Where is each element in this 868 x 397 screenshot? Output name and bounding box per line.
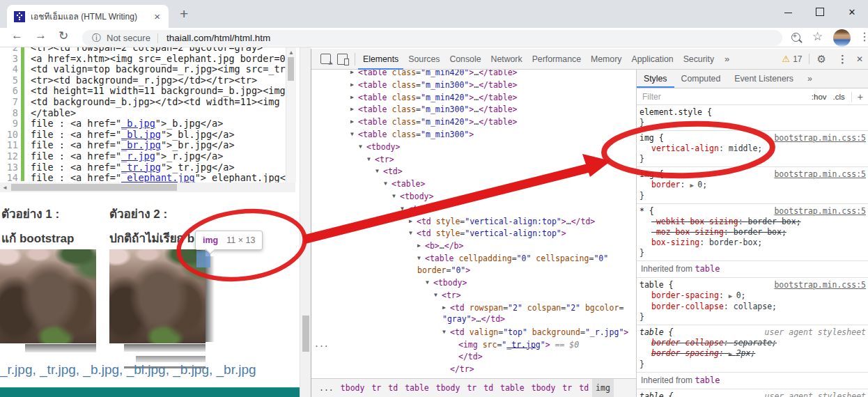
dom-node[interactable]: ... <img src="_tr.jpg"> == $0	[311, 338, 625, 351]
stylesheet-link[interactable]: bootstrap.min.css:5	[774, 133, 866, 143]
devtools-tab-application[interactable]: Application	[626, 49, 678, 70]
collapse-arrow-icon[interactable]: ▼	[401, 203, 408, 215]
sidebar-tab-styles[interactable]: Styles	[637, 70, 674, 88]
profile-avatar[interactable]	[833, 29, 851, 47]
dom-node[interactable]: ▼<table cellpadding="0" cellspacing="0"	[311, 252, 625, 265]
sidebar-tab-computed[interactable]: Computed	[674, 70, 728, 88]
dom-node[interactable]: ▼<td>	[311, 165, 625, 178]
expand-arrow-icon[interactable]: ▶	[409, 215, 417, 227]
code-vertical-scrollbar[interactable]: ▲	[286, 47, 296, 182]
breadcrumb-item[interactable]: tr	[368, 379, 385, 397]
info-icon[interactable]: ⓘ	[92, 32, 101, 45]
devtools-tab-elements[interactable]: Elements	[358, 49, 403, 70]
settings-gear-icon[interactable]: ⚙	[809, 53, 832, 65]
collapse-arrow-icon[interactable]: ▼	[350, 128, 358, 140]
breadcrumb-item[interactable]: tbody	[337, 379, 369, 397]
dom-node[interactable]: ▼<tbody>	[311, 277, 625, 289]
collapse-arrow-icon[interactable]: ▼	[409, 227, 417, 239]
expand-arrow-icon[interactable]: ▶	[350, 70, 358, 78]
scrollbar-thumb[interactable]	[288, 57, 294, 81]
elephant-image-2[interactable]	[109, 249, 206, 343]
new-style-rule-button[interactable]: +	[858, 91, 863, 102]
dom-node[interactable]: ▶<table class="m_min420">…</table>	[311, 70, 625, 79]
stylesheet-link[interactable]: bootstrap.min.css:5	[774, 280, 866, 290]
code-link[interactable]: _elephant.jpg	[121, 172, 195, 183]
style-property[interactable]: border: ▶ 0;	[640, 180, 866, 191]
expand-shorthand-icon[interactable]: ▶	[729, 293, 736, 299]
dom-node[interactable]: ▶<table class="m_min300">…</table>	[311, 79, 625, 91]
devtools-tab-network[interactable]: Network	[486, 49, 527, 70]
code-link[interactable]: _b.jpg	[121, 118, 155, 129]
style-property[interactable]: -moz-box-sizing: border-box;	[640, 227, 866, 238]
breadcrumb-item[interactable]: tbody	[528, 379, 559, 397]
dom-node[interactable]: ▼<tbody>	[311, 190, 625, 203]
reload-icon[interactable]: ↻	[59, 29, 68, 43]
dom-node[interactable]: ▶<table class="m_min300">…</table>	[311, 103, 625, 116]
security-label[interactable]: Not secure	[107, 33, 150, 43]
page-scrollbar[interactable]	[300, 47, 311, 397]
inherited-tag[interactable]: table	[695, 375, 720, 385]
style-property[interactable]: border-collapse: collapse;	[640, 302, 866, 312]
sidebar-tab-»[interactable]: »	[800, 70, 819, 88]
breadcrumb-item[interactable]: tr	[463, 379, 480, 397]
toggle-hover-state-button[interactable]: :hov	[812, 93, 827, 101]
dom-node[interactable]: ▼<tr>	[311, 289, 625, 302]
console-warnings-badge[interactable]: ⚠ 17	[782, 54, 809, 64]
collapse-arrow-icon[interactable]: ▼	[392, 190, 400, 202]
stylesheet-link[interactable]: bootstrap.min.css:5	[774, 206, 866, 217]
devtools-tab-security[interactable]: Security	[679, 49, 719, 70]
scrollbar-thumb[interactable]	[11, 184, 177, 191]
scroll-up-icon[interactable]: ▲	[288, 49, 294, 56]
scroll-left-icon[interactable]: ◄	[2, 185, 8, 191]
expand-arrow-icon[interactable]: ▶	[442, 302, 450, 313]
dom-node[interactable]: border="0">	[311, 265, 625, 277]
scrollbar-thumb[interactable]	[302, 316, 309, 352]
devtools-tab-memory[interactable]: Memory	[586, 49, 626, 70]
breadcrumb-item[interactable]: td	[385, 379, 401, 397]
dom-node[interactable]: ▼<td valign="top" background="_r.jpg">	[311, 326, 625, 338]
zoom-icon[interactable]	[791, 33, 800, 42]
back-icon[interactable]: ←	[11, 29, 23, 42]
devtools-tab-console[interactable]: Console	[444, 49, 486, 70]
dom-node[interactable]: ▶<table class="m_min420">…</table>	[311, 91, 625, 104]
collapse-arrow-icon[interactable]: ▼	[384, 178, 392, 189]
style-property[interactable]: border-spacing: ▶ 2px;	[640, 348, 866, 359]
inherited-tag[interactable]: table	[695, 264, 720, 274]
collapse-arrow-icon[interactable]: ▼	[417, 252, 425, 264]
toggle-class-button[interactable]: .cls	[833, 93, 845, 101]
dom-node[interactable]: ▼<table class="m_min300">	[311, 128, 625, 141]
devtools-close-icon[interactable]: ✕	[852, 54, 868, 64]
expand-arrow-icon[interactable]: ▶	[417, 240, 425, 251]
breadcrumb-item[interactable]: td	[575, 379, 592, 397]
dom-node[interactable]: ▼<td style="vertical-align:top">	[311, 227, 625, 240]
more-tabs-icon[interactable]: »	[719, 54, 735, 64]
dom-node[interactable]: </tr>	[311, 363, 625, 375]
breadcrumb-item[interactable]: img	[592, 379, 614, 397]
inspect-element-icon[interactable]	[320, 54, 331, 64]
style-property[interactable]: border-collapse: separate;	[640, 338, 866, 348]
expand-arrow-icon[interactable]: ▶	[350, 116, 358, 127]
expand-arrow-icon[interactable]: ▶	[350, 103, 358, 115]
minimize-button[interactable]	[772, 7, 804, 17]
dom-node[interactable]: ▼<tbody>	[311, 141, 625, 153]
collapse-arrow-icon[interactable]: ▼	[367, 153, 375, 165]
address-bar[interactable]: ⓘ Not secure thaiall.com/html/html.htm	[82, 30, 782, 46]
browser-menu-icon[interactable]: ⋮	[859, 30, 868, 43]
style-property[interactable]: vertical-align: middle;	[640, 143, 866, 154]
dom-node[interactable]: "gray">…</td>	[311, 313, 625, 325]
collapse-arrow-icon[interactable]: ▼	[426, 277, 433, 288]
expand-arrow-icon[interactable]: ▶	[350, 91, 358, 103]
browser-tab[interactable]: เอชทีเอ็มแอล (HTML Writing) ×	[7, 5, 169, 28]
window-close-button[interactable]: ✕	[836, 7, 868, 17]
breadcrumb-item[interactable]: td	[480, 379, 497, 397]
file-links-line[interactable]: _r.jpg, _tr.jpg, _b.jpg, _bl.jpg, _b.jpg…	[0, 362, 256, 377]
dom-node[interactable]: ▶<b>…</b>	[311, 240, 625, 252]
breadcrumb-item[interactable]: tbody	[433, 379, 464, 397]
new-tab-button[interactable]: +	[180, 6, 188, 22]
stylesheet-link[interactable]: user agent stylesheet	[765, 327, 866, 338]
dom-node[interactable]: ▼<table>	[311, 178, 625, 190]
breadcrumb-item[interactable]: table	[401, 379, 433, 397]
dom-node[interactable]: ▶<td style="vertical-align:top">…</td>	[311, 215, 625, 228]
style-property[interactable]: border-spacing: ▶ 0;	[640, 290, 866, 302]
dom-src-link[interactable]: _tr.jpg	[506, 339, 540, 349]
